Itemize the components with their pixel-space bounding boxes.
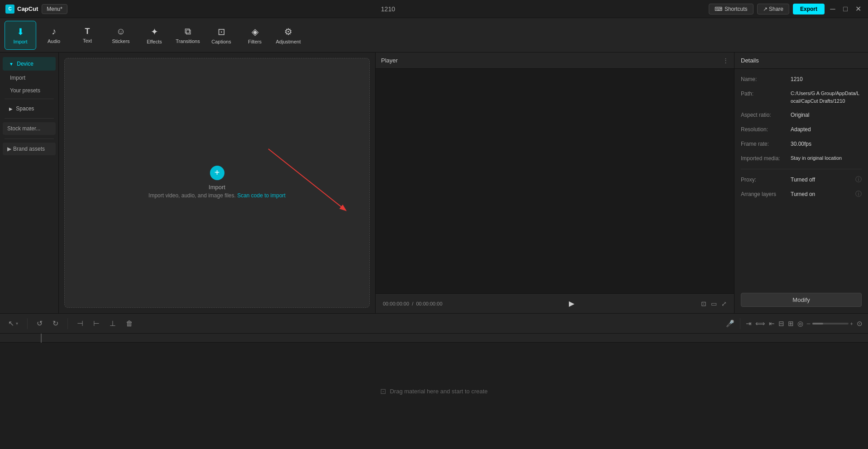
toolbar-filters[interactable]: ◈ Filters [239,21,271,50]
player-canvas [376,69,734,293]
brand-assets-label: Brand assets [13,146,45,152]
detail-arrangelayers-row: Arrange layers Turned on ⓘ [741,190,862,198]
share-icon: ↗ [763,6,768,12]
effects-icon: ✦ [151,26,158,37]
toolbar-transitions-label: Transitions [176,38,200,44]
toolbar-captions[interactable]: ⊡ Captions [205,21,237,50]
timeline-toolbar: ↖ ▾ ↺ ↻ ⊣ ⊢ ⊥ 🗑 🎤 ⇥ ⟺ ⇤ ⊟ ⊞ [0,314,868,334]
toolbar-audio[interactable]: ♪ Audio [38,21,70,50]
toolbar-effects[interactable]: ✦ Effects [138,21,170,50]
app-logo: C CapCut [5,5,38,14]
drag-hint: ⊡ Drag material here and start to create [380,387,487,396]
player-ctrl-icons: ⊡ ▭ ⤢ [701,300,727,307]
play-button[interactable]: ▶ [569,299,574,308]
shortcuts-button[interactable]: ⌨ Shortcuts [709,4,754,14]
drag-hint-icon: ⊡ [380,387,386,396]
share-button[interactable]: ↗ Share [757,4,789,14]
zoom-out-icon: ─ [807,321,811,326]
select-tool[interactable]: ↖ ▾ [5,317,21,330]
details-divider [741,169,862,169]
toolbar-audio-label: Audio [48,38,60,44]
logo-icon: C [5,5,14,14]
detail-resolution-value: Adapted [791,125,862,134]
transition-d-icon[interactable]: ⊟ [778,320,784,328]
toolbar-separator-2 [67,318,68,329]
toolbar-adjustment-label: Adjustment [276,39,300,44]
detail-aspect-label: Aspect ratio: [741,111,791,119]
zoom-slider[interactable]: ─ + [807,321,853,326]
player-options-button[interactable]: ⋮ [723,57,729,64]
toolbar-effects-label: Effects [147,39,162,44]
export-button[interactable]: Export [793,4,825,14]
nav-import[interactable]: Import [0,72,58,84]
maximize-button[interactable]: □ [841,5,850,14]
close-button[interactable]: ✕ [854,5,863,14]
main-area: ▼ Device Import Your presets ▶ Spaces St… [0,53,868,313]
toolbar-transitions[interactable]: ⧉ Transitions [172,21,204,50]
zoom-in-icon: + [850,321,853,326]
nav-device[interactable]: ▼ Device [3,57,56,71]
nav-presets[interactable]: Your presets [0,84,58,97]
nav-brand-assets[interactable]: ▶ Brand assets [3,143,56,155]
transition-b-icon[interactable]: ⟺ [755,320,765,328]
minimize-button[interactable]: ─ [828,5,837,14]
modify-button[interactable]: Modify [741,293,862,307]
main-toolbar: ⬇ Import ♪ Audio T Text ☺ Stickers ✦ Eff… [0,18,868,53]
details-panel: Details Name: 1210 Path: C:/Users/G A Gr… [734,53,868,313]
project-title: 1210 [381,5,395,13]
stickers-icon: ☺ [116,26,125,37]
split-middle-button[interactable]: ⊥ [107,317,119,330]
split-middle-icon: ⊥ [110,320,116,327]
mic-icon[interactable]: 🎤 [726,320,734,328]
toolbar-separator-1 [27,318,28,329]
fit-icon[interactable]: ▭ [711,300,717,307]
detail-aspect-row: Aspect ratio: Original [741,111,862,119]
import-plus-icon: + [210,166,224,180]
detail-proxy-value: Turned off [791,177,855,183]
toolbar-import-label: Import [13,39,27,44]
undo-button[interactable]: ↺ [34,317,45,330]
transitions-icon: ⧉ [185,26,191,37]
detail-resolution-label: Resolution: [741,125,791,134]
transition-f-icon[interactable]: ◎ [797,320,803,328]
detail-framerate-row: Frame rate: 30.00fps [741,140,862,148]
import-description: Import video, audio, and image files. Sc… [148,192,286,199]
screenshot-icon[interactable]: ⊡ [701,300,706,307]
detail-path-value: C:/Users/G A Group/AppData/Local/CapCut … [791,90,862,105]
fullscreen-icon[interactable]: ⤢ [721,300,727,307]
redo-button[interactable]: ↻ [50,317,61,330]
detail-importedmedia-label: Imported media: [741,154,791,162]
transition-c-icon[interactable]: ⇤ [769,320,775,328]
undo-icon: ↺ [37,320,43,327]
split-end-button[interactable]: ⊢ [91,317,102,330]
import-drop-zone[interactable]: + Import Import video, audio, and image … [64,58,370,308]
nav-stock-material[interactable]: Stock mater... [3,122,56,135]
timeline-settings-icon[interactable]: ⊙ [857,320,863,328]
player-area: Player ⋮ 00:00:00:00 / 00:00:00:00 ▶ ⊡ ▭… [376,53,734,313]
text-icon: T [85,27,90,36]
device-arrow: ▼ [9,62,14,67]
transition-e-icon[interactable]: ⊞ [788,320,794,328]
detail-path-label: Path: [741,90,791,105]
audio-icon: ♪ [52,26,56,37]
menu-button[interactable]: Menu* [42,4,67,14]
toolbar-import[interactable]: ⬇ Import [5,21,36,50]
split-start-button[interactable]: ⊣ [74,317,86,330]
transition-a-icon[interactable]: ⇥ [746,320,752,328]
nav-spaces[interactable]: ▶ Spaces [3,102,56,115]
drag-hint-text: Drag material here and start to create [390,388,487,395]
arrangelayers-info-icon[interactable]: ⓘ [855,190,862,198]
filters-icon: ◈ [252,26,258,37]
ruler-playhead [41,334,42,343]
delete-button[interactable]: 🗑 [123,318,136,330]
scan-code-link[interactable]: Scan code to import [237,192,286,199]
toolbar-stickers[interactable]: ☺ Stickers [105,21,137,50]
split-start-icon: ⊣ [77,320,83,327]
left-nav-panel: ▼ Device Import Your presets ▶ Spaces St… [0,53,59,313]
select-icon: ↖ [8,319,14,328]
proxy-info-icon[interactable]: ⓘ [855,176,862,184]
toolbar-adjustment[interactable]: ⚙ Adjustment [272,21,304,50]
toolbar-text[interactable]: T Text [72,21,103,50]
detail-importedmedia-value: Stay in original location [791,154,862,162]
detail-name-label: Name: [741,75,791,83]
